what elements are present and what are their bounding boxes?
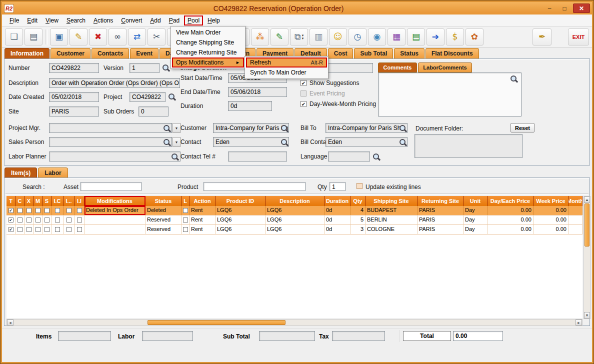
contact-lookup-icon[interactable] <box>280 138 288 146</box>
labor-planner-field[interactable] <box>49 152 180 162</box>
document-folder-box[interactable] <box>414 134 522 158</box>
sub-orders-field[interactable]: 0 <box>138 106 168 116</box>
column-header-status[interactable]: Status <box>146 196 182 206</box>
column-header-i[interactable]: I... <box>64 196 74 206</box>
duplicate-lines-button[interactable]: ⧉▾▾ <box>290 28 308 46</box>
delete-button[interactable]: ✖ <box>89 28 107 46</box>
print-button[interactable]: ▤ <box>24 28 42 46</box>
menu-item-change-shipping-site[interactable]: Change Shipping Site <box>172 38 244 48</box>
tab-flat-discounts[interactable]: Flat Discounts <box>426 48 479 58</box>
comments-textarea[interactable] <box>378 72 522 116</box>
site-field[interactable]: PARIS <box>49 106 99 116</box>
row-checkbox[interactable] <box>77 227 82 232</box>
menu-convert[interactable]: Convert <box>118 16 146 26</box>
column-header-day-each-price[interactable]: Day/Each Price <box>488 196 534 206</box>
column-header-i-i[interactable]: I.I <box>74 196 84 206</box>
contact-tel-field[interactable] <box>228 152 287 162</box>
checkbox-show-suggestions[interactable]: Show Suggestions <box>300 79 359 87</box>
duration-field[interactable]: 0d <box>228 101 272 111</box>
language-field[interactable] <box>328 152 370 162</box>
resources-button[interactable]: ⁂ <box>251 28 269 46</box>
menu-file[interactable]: File <box>6 16 22 26</box>
table-row[interactable]: ReservedRentLGQ6LGQ60d5BERLINPARISDay0.0… <box>6 216 582 225</box>
scroll-right-button[interactable]: ► <box>576 320 582 326</box>
scroll-left-button[interactable]: ◄ <box>7 320 14 326</box>
sales-person-lookup-icon[interactable] <box>162 138 171 146</box>
column-header-modifications[interactable]: Modifications <box>84 196 146 206</box>
vertical-scrollbar[interactable]: ▲ ▼ <box>584 196 590 319</box>
exit-button[interactable]: EXIT <box>568 28 589 46</box>
description-field[interactable]: Order with Operation Order (Ops Order) (… <box>49 78 180 88</box>
sales-person-field[interactable] <box>49 137 172 147</box>
sales-person-dropdown-button[interactable]: ▼ <box>172 137 180 147</box>
scroll-down-button[interactable]: ▼ <box>584 312 590 318</box>
tab-labor-comments[interactable]: LaborComments <box>418 62 472 72</box>
tab-sub-total[interactable]: Sub Total <box>354 48 393 58</box>
tab-event[interactable]: Event <box>130 48 158 58</box>
menu-edit[interactable]: Edit <box>24 16 41 26</box>
column-header-action[interactable]: Action <box>190 196 216 206</box>
column-header-unit[interactable]: Unit <box>464 196 488 206</box>
row-checkbox[interactable] <box>183 218 188 222</box>
new-order-button[interactable]: ❏ <box>5 28 23 46</box>
row-checkbox[interactable] <box>44 218 50 222</box>
contact-field[interactable]: Eden <box>213 137 289 147</box>
row-checkbox[interactable] <box>66 208 72 213</box>
convert-button[interactable]: ⇄ <box>128 28 146 46</box>
column-header-product-id[interactable]: Product ID <box>216 196 266 206</box>
row-checkbox[interactable] <box>183 227 188 232</box>
horizontal-scrollbar-thumb[interactable] <box>148 320 286 325</box>
vertical-scrollbar-thumb[interactable] <box>584 204 590 246</box>
asset-search-input[interactable] <box>80 182 142 191</box>
number-field[interactable]: CO429822 <box>49 63 99 73</box>
row-checkbox[interactable] <box>36 218 40 222</box>
tab-cost[interactable]: Cost <box>328 48 354 58</box>
save-button[interactable]: ▣ <box>50 28 68 46</box>
row-checkbox[interactable] <box>44 227 50 232</box>
row-select-checkbox[interactable] <box>8 218 14 222</box>
row-checkbox[interactable] <box>18 218 22 222</box>
column-header-m[interactable]: M <box>34 196 42 206</box>
date-created-field[interactable]: 05/02/2018 <box>49 92 99 102</box>
column-header-s[interactable]: S <box>42 196 52 206</box>
row-checkbox[interactable] <box>55 227 60 232</box>
row-select-checkbox[interactable] <box>8 227 14 232</box>
row-checkbox[interactable] <box>66 227 72 232</box>
row-select-checkbox[interactable] <box>8 208 14 213</box>
row-checkbox[interactable] <box>26 208 32 213</box>
tab-status[interactable]: Status <box>394 48 424 58</box>
row-checkbox[interactable] <box>66 218 72 222</box>
project-field[interactable]: CO429822 <box>130 92 166 102</box>
bill-contact-field[interactable]: Eden <box>326 137 408 147</box>
row-checkbox[interactable] <box>77 208 82 213</box>
row-checkbox[interactable] <box>44 208 50 213</box>
menu-view[interactable]: View <box>42 16 62 26</box>
media-button[interactable]: ◉ <box>368 28 386 46</box>
version-field[interactable]: 1 <box>130 63 160 73</box>
quill-button[interactable]: ✒ <box>532 28 552 46</box>
menu-pool[interactable]: Pool <box>184 16 203 26</box>
column-header-shipping-site[interactable]: Shipping Site <box>366 196 418 206</box>
tab-information[interactable]: Information <box>4 48 50 58</box>
update-existing-lines-checkbox[interactable] <box>356 183 362 189</box>
horizontal-scrollbar[interactable]: ◄ ► <box>6 319 582 326</box>
tab-labor[interactable]: Labor <box>38 168 68 178</box>
row-checkbox[interactable] <box>77 218 82 222</box>
project-lookup-icon[interactable] <box>168 92 176 101</box>
project-mgr-lookup-icon[interactable] <box>162 124 171 132</box>
bill-to-field[interactable]: Intra-Company for Paris Sh <box>326 123 408 133</box>
column-header-x[interactable]: X <box>24 196 34 206</box>
row-checkbox[interactable] <box>26 218 32 222</box>
row-checkbox[interactable] <box>183 208 188 213</box>
scroll-up-button[interactable]: ▲ <box>584 196 590 203</box>
qty-input[interactable]: 1 <box>330 182 346 191</box>
column-header-description[interactable]: Description <box>266 196 324 206</box>
feedback-button[interactable]: ☺ <box>329 28 347 46</box>
menu-item-view-main-order[interactable]: View Main Order <box>172 28 244 38</box>
column-header-t[interactable]: T <box>6 196 16 206</box>
column-header-l[interactable]: L <box>182 196 190 206</box>
cut-button[interactable]: ✂ <box>148 28 166 46</box>
row-checkbox[interactable] <box>26 227 32 232</box>
print-preview-button[interactable]: ▥ <box>310 28 328 46</box>
options-button[interactable]: ✿ <box>466 28 484 46</box>
